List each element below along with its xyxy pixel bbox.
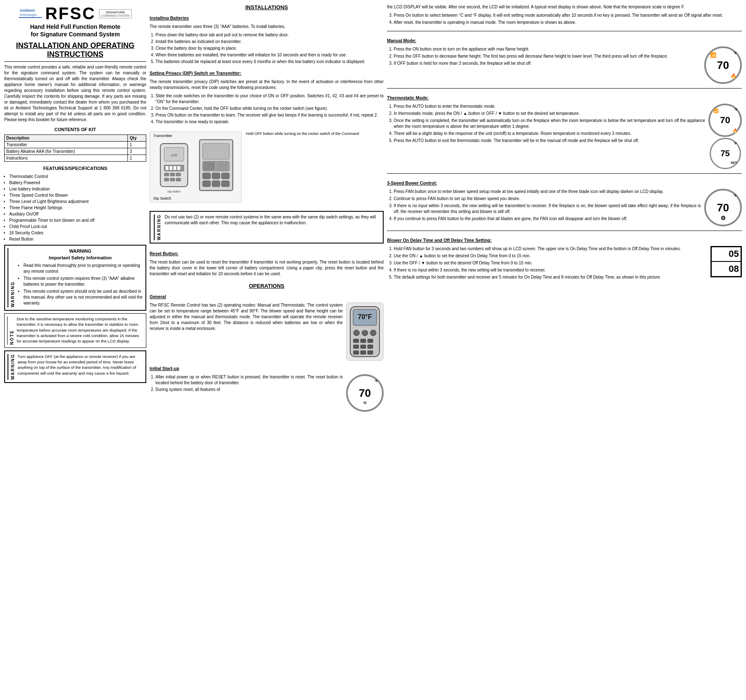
svg-rect-25 [222, 173, 229, 179]
description-cell: Transmitter [5, 142, 128, 148]
remote-svg: 70°F AMBIENT [348, 304, 382, 359]
initial-list: After initial power up or when RESET but… [150, 374, 343, 393]
middle-column: INSTALLATIONS Installing Batteries The r… [150, 4, 384, 696]
ambient-logo: Ambient Technologies [19, 6, 42, 21]
svg-rect-8 [169, 166, 173, 170]
svg-rect-26 [203, 181, 211, 187]
initial-cont-step: Press On button to select between °C and… [394, 13, 742, 18]
hold-caption: Hold OFF button while turning on the roc… [246, 132, 359, 136]
svg-text:70°F: 70°F [358, 313, 372, 320]
divider4 [387, 231, 742, 231]
feature-item: Three Flame Height Settings [9, 205, 146, 211]
initial-cont-text: the LCD DISPLAY will be visible. After o… [387, 4, 742, 10]
dip-step: On the Command Center, hold the OFF butt… [155, 106, 384, 112]
svg-rect-43 [367, 350, 373, 355]
svg-rect-36 [360, 339, 366, 343]
battery-step: Install the batteries as indicated on tr… [155, 39, 384, 45]
battery-step: When three batteries are installed, the … [155, 52, 384, 58]
svg-rect-37 [367, 339, 373, 343]
left-column: Ambient Technologies RFSC SIGNATURE COMM… [4, 4, 146, 696]
warning-safety-box: WARNING WARNINGImportant Safety Informat… [4, 245, 146, 311]
thermo-step: In thermostatic mode, press the ON / ▲ b… [394, 111, 705, 117]
qty-cell: 1 [128, 155, 146, 162]
header: Ambient Technologies RFSC SIGNATURE COMM… [4, 4, 146, 62]
batteries-list: Press down the battery door tab and pull… [150, 32, 384, 66]
svg-rect-24 [212, 173, 220, 179]
svg-rect-40 [367, 345, 373, 349]
svg-point-34 [370, 330, 376, 336]
warning-label: WARNING [8, 248, 16, 307]
delay-off-value: 08 [712, 262, 741, 276]
reset-title: Reset Button: [150, 251, 384, 256]
right-column: the LCD DISPLAY will be visible. After o… [387, 4, 742, 696]
svg-rect-42 [360, 350, 366, 355]
thermo-displays: °F 70 📶 🔥 °F 75 SET [708, 104, 742, 169]
svg-rect-28 [222, 181, 229, 187]
svg-point-32 [354, 330, 359, 336]
feature-item: 16 Security Codes [9, 230, 146, 236]
reset-text: The reset button can be used to reset th… [150, 259, 384, 277]
svg-rect-10 [177, 166, 181, 170]
delay-step: Hold FAN button for 3 seconds and two nu… [394, 246, 707, 252]
fan-step: Press FAN button once to enter blower sp… [394, 189, 701, 195]
svg-rect-22 [216, 162, 228, 170]
svg-rect-11 [164, 173, 169, 176]
initial-cont-step: After reset, the transmitter is operatin… [394, 20, 742, 25]
svg-rect-15 [170, 178, 175, 181]
svg-rect-14 [164, 178, 169, 181]
dip-intro: The remote transmitter privacy (DIP) swi… [150, 79, 384, 91]
feature-item: Three Level of Light Brightness adjustme… [9, 198, 146, 205]
qty-cell: 1 [128, 142, 146, 148]
dip-step: Press ON button on the transmitter to le… [155, 112, 384, 118]
flame-icon2: 🔥 [733, 128, 738, 133]
thermo-step: Once the setting is completed, the trans… [394, 118, 705, 129]
inline-warning-text: Do not use two (2) or more remote contro… [165, 214, 379, 240]
delay-section: Hold FAN button for 3 seconds and two nu… [387, 246, 742, 282]
note-box: NOTE Due to the sensitive temperature mo… [4, 313, 146, 347]
svg-rect-23 [203, 173, 211, 179]
divider2 [387, 88, 742, 89]
set-label: SET [731, 161, 737, 165]
divider1 [387, 31, 742, 31]
general-title: General [150, 294, 384, 299]
transmitter-area: Transmitter LCD [150, 132, 384, 203]
warning-item: This remote control system should only b… [23, 289, 143, 306]
delay-step: If there is no input within 3 seconds, t… [394, 267, 707, 273]
manual-section: Press the ON button once to turn on the … [387, 46, 742, 84]
initial-step: During system reset, all features of [155, 387, 343, 393]
installations-title: INSTALLATIONS [150, 4, 384, 10]
delay-title: Blower On Delay Time and Off Delay Time … [387, 238, 742, 243]
svg-rect-12 [170, 173, 175, 176]
warning2-box: WARNING Turn appliance OFF (at the appli… [4, 350, 146, 383]
manual-step: Press the OFF button to decrease flame h… [394, 53, 701, 59]
thermo-list: Press the AUTO button to enter the therm… [387, 104, 705, 145]
manual-display: °F 70 📶 🔥 [704, 46, 742, 84]
fan-section: Press FAN button once to enter blower sp… [387, 189, 742, 226]
dip-step: The transmitter is now ready to operate. [155, 119, 384, 125]
thermo-title: Thermostatic Mode: [387, 95, 742, 100]
operations-title: OPERATIONS [150, 283, 384, 289]
transmitter-svg: LCD Dip Switch [154, 136, 237, 198]
signature-badge: SIGNATURE COMMAND SYSTEM [99, 9, 132, 18]
manual-step: If OFF button is held for more than 3 se… [394, 61, 701, 66]
svg-rect-13 [176, 173, 181, 176]
dip-title: Setting Privacy (DIP) Switch on Transmit… [150, 71, 384, 76]
manual-step: Press the ON button once to turn on the … [394, 46, 701, 52]
page: Ambient Technologies RFSC SIGNATURE COMM… [0, 0, 746, 700]
svg-rect-9 [173, 166, 177, 170]
dip-step: Slide the code switches on the transmitt… [155, 93, 384, 105]
col-description: Description [5, 135, 128, 142]
features-title: FEATURES/SPECIFICATIONS [4, 166, 146, 171]
delay-on-value: 05 [712, 247, 741, 262]
general-text: The RFSC Remote Control has two (2) oper… [150, 302, 343, 332]
description-cell: Instructions [5, 155, 128, 162]
wifi-icon2: 📶 [713, 109, 718, 113]
svg-rect-2 [19, 17, 42, 18]
manual-list: Press the ON button once to turn on the … [387, 46, 701, 68]
svg-rect-41 [353, 350, 359, 355]
subtitle: Hand Held Full Function Remotefor Signat… [4, 23, 146, 38]
divider3 [387, 173, 742, 174]
delay-step: Use the OFF / ▼ button to set the desire… [394, 260, 707, 266]
warning-item: This remote control system requires thre… [23, 276, 143, 287]
svg-text:Technologies: Technologies [20, 13, 37, 17]
